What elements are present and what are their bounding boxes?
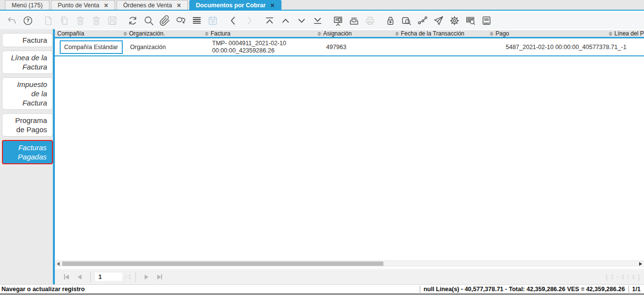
close-icon[interactable]: × bbox=[104, 2, 108, 8]
column-header-factura[interactable]: Factura bbox=[204, 30, 317, 37]
svg-text:?: ? bbox=[26, 17, 29, 23]
column-header-organizacion[interactable]: Organización. bbox=[123, 30, 204, 37]
next-page-button[interactable] bbox=[145, 275, 149, 279]
tab-menu[interactable]: Menú (175) bbox=[5, 0, 50, 10]
last-record-button[interactable] bbox=[310, 13, 326, 28]
chevron-down-icon bbox=[296, 15, 307, 26]
save-icon bbox=[107, 15, 118, 26]
refresh-button[interactable] bbox=[125, 13, 141, 28]
detail-panel-icon bbox=[332, 15, 344, 26]
previous-page-button[interactable] bbox=[78, 275, 82, 279]
close-icon[interactable]: × bbox=[270, 2, 274, 8]
sort-icon[interactable] bbox=[123, 32, 127, 36]
sidebar-tab-impuesto-de-la-factura[interactable]: Impuesto de la Factura bbox=[2, 77, 53, 110]
first-page-button[interactable] bbox=[64, 274, 69, 279]
close-icon[interactable]: × bbox=[177, 2, 181, 8]
zoom-across-button[interactable] bbox=[398, 13, 414, 28]
help-button[interactable]: ? bbox=[20, 13, 36, 28]
zoom-across-icon bbox=[401, 15, 412, 26]
horizontal-scrollbar[interactable] bbox=[55, 261, 644, 266]
sort-icon[interactable] bbox=[609, 32, 612, 36]
column-label: Organización. bbox=[129, 30, 165, 37]
column-header-fecha-transaccion[interactable]: Fecha de la Transacción bbox=[395, 30, 489, 37]
cell-fecha-transaccion[interactable] bbox=[395, 38, 489, 55]
delete-record-button[interactable] bbox=[72, 13, 88, 28]
menu-lines-button[interactable] bbox=[189, 13, 205, 28]
report-button[interactable] bbox=[479, 13, 495, 28]
settings-button[interactable] bbox=[446, 13, 462, 28]
tab-ordenes-de-venta[interactable]: Órdenes de Venta × bbox=[116, 0, 188, 10]
toolbar-group-tools: 31 bbox=[125, 13, 221, 28]
selected-cell-box[interactable]: Compañía Estándar bbox=[60, 40, 123, 54]
sidebar-tab-linea-de-la-factura[interactable]: Línea de la Factura bbox=[2, 51, 53, 74]
cell-pago[interactable]: 5487_2021-02-10 00:00:00_40577378.71_-1 bbox=[489, 38, 608, 55]
chat-button[interactable] bbox=[173, 13, 189, 28]
tab-punto-de-venta[interactable]: Punto de Venta × bbox=[51, 0, 115, 10]
lock-button[interactable] bbox=[382, 13, 398, 28]
print-button[interactable] bbox=[362, 13, 378, 28]
table-row[interactable]: Compañía Estándar Organización TMP- 0004… bbox=[55, 38, 644, 56]
workflow-button[interactable] bbox=[414, 13, 430, 28]
sort-icon[interactable] bbox=[395, 32, 399, 36]
send-request-button[interactable] bbox=[430, 13, 446, 28]
cell-asignacion[interactable]: 497963 bbox=[317, 38, 395, 55]
undo-button[interactable] bbox=[4, 13, 20, 28]
column-header-compania[interactable]: Compañía bbox=[55, 30, 123, 37]
lock-icon bbox=[385, 15, 396, 26]
first-record-button[interactable] bbox=[262, 13, 278, 28]
column-label: Asignación bbox=[323, 30, 352, 37]
new-record-button[interactable] bbox=[40, 13, 56, 28]
attachment-button[interactable] bbox=[157, 13, 173, 28]
cell-organizacion[interactable]: Organización bbox=[123, 38, 204, 55]
page-number-input[interactable] bbox=[95, 273, 122, 281]
toolbar-group-record bbox=[40, 13, 120, 28]
sidebar-tab-factura[interactable]: Factura bbox=[2, 33, 53, 47]
paging-divider bbox=[90, 272, 91, 282]
scroll-right-icon[interactable] bbox=[639, 262, 642, 266]
tab-documentos-por-cobrar-label: Documentos por Cobrar bbox=[196, 2, 266, 9]
tab-documentos-por-cobrar[interactable]: Documentos por Cobrar × bbox=[189, 0, 281, 10]
detail-panel-button[interactable] bbox=[330, 13, 346, 28]
sort-icon[interactable] bbox=[317, 32, 321, 36]
find-icon bbox=[143, 15, 154, 26]
up-record-button[interactable] bbox=[278, 13, 294, 28]
column-label: Pago bbox=[495, 30, 509, 37]
archive-button[interactable] bbox=[346, 13, 362, 28]
calendar-button[interactable]: 31 bbox=[205, 13, 221, 28]
column-label: Fecha de la Transacción bbox=[401, 30, 464, 37]
scrollbar-thumb[interactable] bbox=[62, 261, 383, 266]
column-header-linea-del-pago[interactable]: Línea del P bbox=[608, 30, 644, 37]
app-window: Menú (175) Punto de Venta × Órdenes de V… bbox=[0, 0, 644, 296]
attachment-icon bbox=[159, 15, 170, 26]
delete-selection-icon bbox=[91, 15, 102, 26]
sort-icon[interactable] bbox=[205, 32, 209, 36]
delete-selection-button[interactable] bbox=[88, 13, 104, 28]
save-button[interactable] bbox=[104, 13, 120, 28]
find-button[interactable] bbox=[141, 13, 157, 28]
cell-compania[interactable]: Compañía Estándar bbox=[55, 38, 123, 55]
toolbar-group-undo: ? bbox=[4, 13, 36, 28]
next-record-button[interactable] bbox=[241, 13, 257, 28]
toolbar-group-prevnext bbox=[225, 13, 257, 28]
sidebar-tab-facturas-pagadas[interactable]: Facturas Pagadas bbox=[2, 140, 53, 164]
cell-value: Organización bbox=[130, 44, 166, 51]
sidebar-tab-programa-de-pagos[interactable]: Programa de Pagos bbox=[2, 113, 53, 137]
cell-value: 5487_2021-02-10 00:00:00_40577378.71_-1 bbox=[506, 44, 627, 51]
copy-record-button[interactable] bbox=[56, 13, 72, 28]
last-page-button[interactable] bbox=[157, 274, 162, 279]
workflow-icon bbox=[417, 15, 428, 26]
product-info-button[interactable] bbox=[462, 13, 479, 28]
report-icon bbox=[481, 15, 492, 26]
previous-record-button[interactable] bbox=[225, 13, 241, 28]
window-tab-bar: Menú (175) Punto de Venta × Órdenes de V… bbox=[0, 0, 644, 11]
column-header-pago[interactable]: Pago bbox=[489, 30, 608, 37]
cell-factura[interactable]: TMP- 0004911_2021-02-10 00:00:00_4235928… bbox=[204, 38, 317, 55]
down-record-button[interactable] bbox=[294, 13, 310, 28]
column-header-asignacion[interactable]: Asignación bbox=[317, 30, 395, 37]
send-icon bbox=[433, 15, 444, 26]
scroll-left-icon[interactable] bbox=[57, 262, 60, 266]
record-range-label: [ 1 - 1 / 1 ] bbox=[606, 274, 640, 280]
sort-icon[interactable] bbox=[490, 32, 494, 36]
toolbar-group-nav bbox=[262, 13, 326, 28]
column-label: Línea del P bbox=[614, 30, 644, 37]
